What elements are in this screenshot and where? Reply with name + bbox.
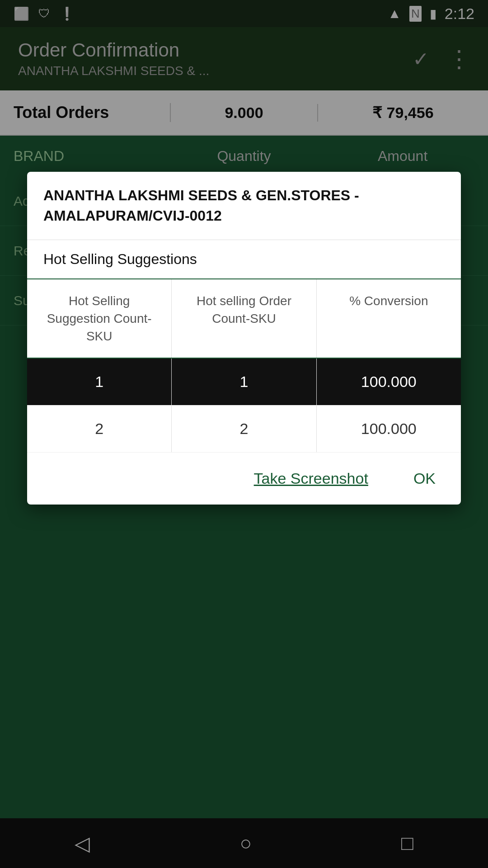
modal-row2-col1: 2 xyxy=(27,406,172,452)
modal-table-header: Hot Selling Suggestion Count-SKU Hot sel… xyxy=(27,279,461,359)
hot-selling-modal: ANANTHA LAKSHMI SEEDS & GEN.STORES - AMA… xyxy=(27,172,461,505)
modal-row1-col1: 1 xyxy=(27,359,172,405)
mth-conversion: % Conversion xyxy=(317,279,461,358)
modal-row-2: 2 2 100.000 xyxy=(27,406,461,453)
mth-suggestion-count: Hot Selling Suggestion Count-SKU xyxy=(27,279,172,358)
modal-row1-col3: 100.000 xyxy=(317,359,461,405)
modal-row2-col3: 100.000 xyxy=(317,406,461,452)
modal-row2-col2: 2 xyxy=(172,406,316,452)
modal-row-1: 1 1 100.000 xyxy=(27,359,461,406)
ok-button[interactable]: OK xyxy=(404,465,445,492)
modal-overlay: ANANTHA LAKSHMI SEEDS & GEN.STORES - AMA… xyxy=(0,0,488,868)
modal-section-title: Hot Selling Suggestions xyxy=(27,240,461,279)
take-screenshot-button[interactable]: Take Screenshot xyxy=(245,465,377,492)
mth-order-count: Hot selling Order Count-SKU xyxy=(172,279,316,358)
modal-actions: Take Screenshot OK xyxy=(27,453,461,505)
modal-store-name: ANANTHA LAKSHMI SEEDS & GEN.STORES - AMA… xyxy=(27,172,461,240)
modal-row1-col2: 1 xyxy=(172,359,316,405)
